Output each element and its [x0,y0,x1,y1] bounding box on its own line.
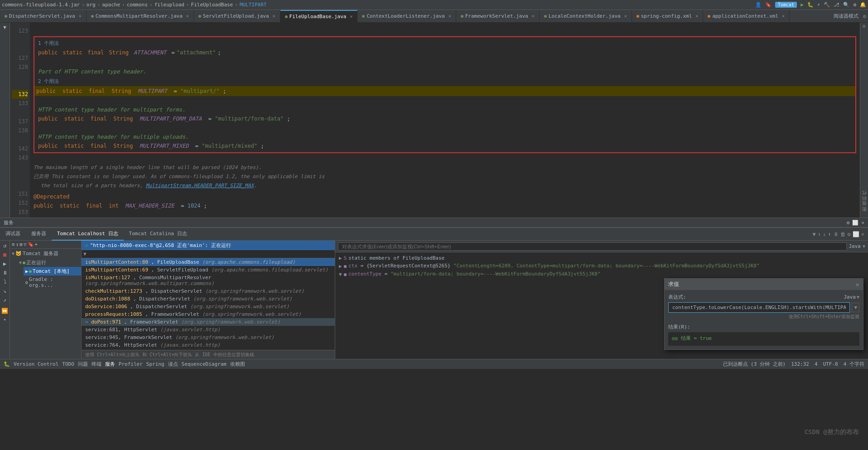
close-tab-icon[interactable]: × [448,14,451,19]
encoding-label[interactable]: UTF-8 [823,361,838,367]
tab-servlet-file-upload[interactable]: ServletFileUpload.java × [194,10,280,23]
expand-service-icon[interactable]: ⬜ [852,220,858,226]
debug-icon[interactable]: 🐛 [807,2,814,8]
tab-file-upload-base[interactable]: FileUploadBase.java × [280,10,358,23]
frame-1[interactable]: isMultipartContent:69 , ServletFileUploa… [82,266,335,274]
frame-4[interactable]: doDispatch:1088 , DispatcherServlet (org… [82,295,335,303]
tab-spring-config[interactable]: spring-config.xml × [632,10,704,23]
expand-panel-icon[interactable]: ⬜ [853,231,859,237]
profiler-tab[interactable]: Profiler [119,361,143,367]
move-up-icon[interactable]: ↑ [818,231,821,237]
frame-2[interactable]: isMultipart:127 , CommonsMultipartResolv… [82,274,335,287]
settings-service-icon[interactable]: ⚙ [847,220,850,226]
srv-item-running[interactable]: ▼ ● 正在运行 [17,258,81,267]
todo-tab[interactable]: TODO [62,361,74,367]
tab-commons-multipart[interactable]: CommonsMultipartResolver.java × [87,10,194,23]
notification-icon[interactable]: 🔔 [860,2,866,8]
expr-input[interactable] [668,302,850,313]
frame-0[interactable]: isMultipartContent:80 , FileUploadBase (… [82,258,335,266]
services-bottom-tab[interactable]: 服务 [105,361,115,368]
run-coverage-icon[interactable]: ⚡ [817,2,820,8]
settings-icon[interactable]: ⚙ [853,2,856,8]
git-icon[interactable]: ⎇ [834,2,839,8]
breadcrumb-fileupload[interactable]: fileupload [154,2,184,8]
srv-toolbar-btn3[interactable]: ⊞ [19,242,23,247]
frame-10[interactable]: service:764, HttpServlet (javax.servlet.… [82,341,335,349]
reader-mode-button[interactable]: 阅读器模式 [830,13,862,19]
srv-toolbar-btn2[interactable]: ↕ [16,242,19,247]
close-tab-icon[interactable]: × [186,14,189,19]
lang-dropdown-icon[interactable]: ▼ [863,244,865,249]
tab-locale-context[interactable]: LocaleContextHolder.java × [540,10,632,23]
sequence-diagram-tab[interactable]: SequenceDiagram [182,361,227,367]
terminal-tab[interactable]: 终端 [92,361,101,368]
step-over-icon[interactable]: ⤵ [4,279,6,285]
srv-item-tomcat-local[interactable]: ▶ ● Tomcat [本地] [24,267,81,276]
dialog-close-button[interactable]: × [856,281,859,288]
breadcrumb-commons[interactable]: commons [127,2,148,8]
evaluate-icon[interactable]: ✦ [2,317,7,322]
pause-icon[interactable]: ⏸ [2,270,8,276]
var-ctx[interactable]: ▶ ● ctx = {ServletRequestContext@5265} "… [335,262,868,270]
close-tab-icon[interactable]: × [79,14,82,19]
close-service-icon[interactable]: × [861,220,864,226]
frame-9[interactable]: service:945, FrameworkServlet (org.sprin… [82,334,335,341]
spring-tab[interactable]: Spring [146,361,164,367]
move-down-icon[interactable]: ↓ [823,231,826,237]
tab-dispatcher-servlet[interactable]: DispatcherServlet.java × [0,10,87,23]
fold-icon[interactable]: ▼ [3,24,6,30]
frame-7[interactable]: ↪ doPost:971 , FrameworkServlet (org.spr… [82,318,335,326]
structure-label[interactable]: 码 [861,202,868,206]
rerun-icon[interactable]: ↺ [3,242,6,249]
frame-3[interactable]: checkMultipart:1273 , DispatcherServlet … [82,287,335,295]
tomcat-badge[interactable]: Tomcat [775,2,797,8]
bookmark-icon[interactable]: 🔖 [765,2,772,8]
srv-toolbar-btn5[interactable]: 🔖 [28,242,34,247]
close-tab-icon[interactable]: × [695,14,698,19]
clear-log-icon[interactable]: 🗑 [840,231,846,237]
stop-icon[interactable]: ■ [3,252,6,258]
frame-5[interactable]: doService:1006 , DispatcherServlet (org.… [82,303,335,310]
stop-scroll-icon[interactable]: ⏸ [833,231,839,237]
git-label[interactable]: 代 [861,197,868,200]
run-cursor-icon[interactable]: ⏩ [1,308,8,314]
filter-tab-icon[interactable]: ▼ [813,231,816,237]
step-out-icon[interactable]: ↗ [3,297,6,303]
move-up-all-icon[interactable]: ⬆ [828,231,831,237]
notification-strip-label[interactable]: 图 [861,213,868,217]
frame-6[interactable]: processRequest:1085 , FrameworkServlet (… [82,310,335,318]
srv-toolbar-btn1[interactable]: ≡ [12,242,15,247]
tab-server[interactable]: 服务器 [26,228,52,241]
settings-tab-icon[interactable]: ⚙ [848,231,851,237]
close-tab-icon[interactable]: × [782,14,785,19]
lang-select-dropdown[interactable]: ▼ [857,295,859,300]
play-icon[interactable]: ▶ [800,2,804,8]
close-tab-icon[interactable]: × [350,14,352,19]
version-control-tab[interactable]: Version Control [14,361,58,367]
expr-dropdown-arrow[interactable]: ▼ [852,303,859,312]
problems-tab[interactable]: 问题 [78,361,88,368]
srv-toolbar-btn6[interactable]: + [35,242,38,247]
tab-tomcat-localhost[interactable]: Tomcat Localhost 日志 [52,228,124,241]
tab-debugger[interactable]: 调试器 [0,228,26,241]
close-tab-icon[interactable]: × [624,14,627,19]
srv-toolbar-btn4[interactable]: ▽ [24,242,27,247]
tab-app-context[interactable]: applicationContext.xml × [703,10,790,23]
step-in-icon[interactable]: ↘ [3,288,6,294]
build-icon[interactable]: 🔨 [824,2,830,8]
breadcrumb-org[interactable]: org [87,2,96,8]
tab-tomcat-catalina[interactable]: Tomcat Catalina 日志 [124,228,193,241]
frame-8[interactable]: service:681, HttpServlet (javax.servlet.… [82,326,335,334]
person-icon[interactable]: 👤 [755,2,762,8]
breadcrumb-class[interactable]: FileUploadBase [191,2,233,8]
var-static-members[interactable]: ▶ S static members of FileUploadBase [335,254,868,262]
close-tab-icon[interactable]: × [532,14,535,19]
srv-item-gradle[interactable]: ⚙ Gradle : org.s... [24,276,81,289]
close-tab-icon[interactable]: × [273,14,275,19]
breadcrumb-apache[interactable]: apache [102,2,120,8]
hierarchy-label[interactable]: 视 [861,208,868,211]
search-icon[interactable]: 🔍 [843,2,849,8]
var-content-type[interactable]: ▼ ● contentType = "multipart/form-data; … [335,270,868,278]
tab-settings-icon[interactable]: ⚙ [863,13,866,19]
breadcrumb-jar[interactable]: commons-fileupload-1.4.jar [2,2,80,8]
